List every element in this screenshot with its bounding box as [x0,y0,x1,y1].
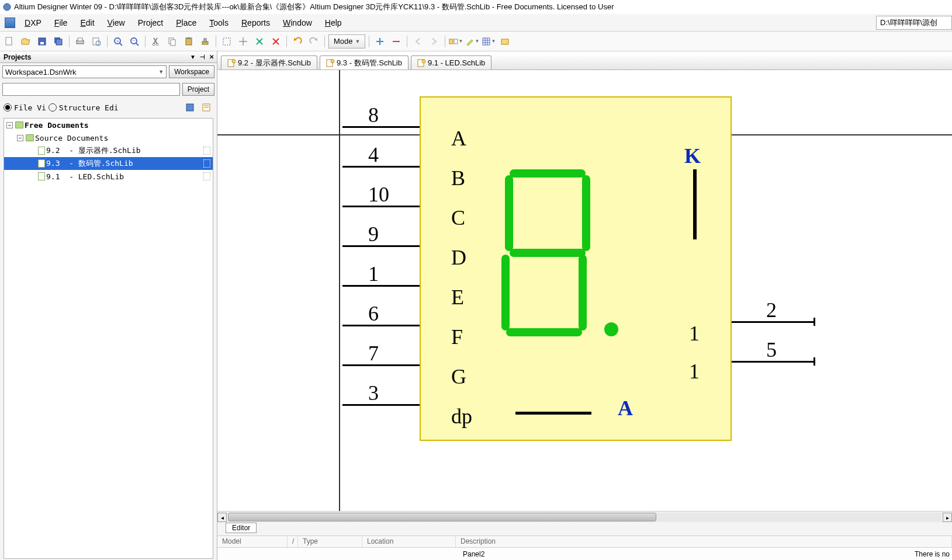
menu-tools[interactable]: Tools [203,16,234,30]
pin-name: C [451,206,465,230]
tree-root[interactable]: − Free Documents [4,119,213,131]
redo-button[interactable] [307,34,321,48]
undo-button[interactable] [290,34,304,48]
move-button[interactable] [236,34,250,48]
seg-a [510,169,586,178]
doc-flag-icon [203,159,210,168]
tab-digit[interactable]: 9.3 - 数码管.SchLib [320,55,409,69]
right-num-1a: 1 [689,321,700,346]
preview-button[interactable] [89,34,103,48]
k-line [693,169,697,239]
schlib-icon [417,59,425,67]
library-button[interactable] [498,34,512,48]
zoom-out-button[interactable]: − [127,34,141,48]
seg-b [582,175,590,251]
save-button[interactable] [35,34,49,48]
pin-name: G [451,364,466,389]
tree-doc[interactable]: 9.2 - 显示器件.SchLib [4,144,213,157]
schlib-icon [326,59,334,67]
panel-menu-icon[interactable]: ▼ [189,53,197,61]
doc-flag-icon [203,172,210,180]
tab-display[interactable]: 9.2 - 显示器件.SchLib [221,55,317,69]
col-type[interactable]: Type [298,536,362,547]
path-box: D:\咩咩咩咩\源创 [876,16,952,30]
seg-c [579,255,587,331]
hscroll-bar[interactable]: ◂ ▸ [217,511,952,523]
status-message: There is no [915,550,952,558]
svg-rect-38 [501,39,508,44]
hscroll-left-icon[interactable]: ◂ [217,513,227,522]
menu-file[interactable]: File [49,16,74,30]
tree-doc[interactable]: 9.1 - LED.SchLib [4,170,213,183]
menu-help[interactable]: Help [319,16,348,30]
nav-fwd-button[interactable] [427,34,441,48]
svg-rect-7 [78,38,82,41]
grid-button[interactable]: ▼ [482,34,496,48]
deselect-button[interactable] [252,34,266,48]
file-view-radio[interactable] [4,103,12,112]
pin-name: B [451,166,465,190]
panel-pin-icon[interactable]: ⊣ [198,53,206,61]
hscroll-thumb[interactable] [228,513,656,521]
pin-number: 9 [368,222,379,246]
copy-button[interactable] [165,34,179,48]
cut-button[interactable] [149,34,163,48]
menu-window[interactable]: Window [277,16,318,30]
workspace-combo[interactable]: Workspace1.DsnWrk▼ [2,65,167,78]
col-description[interactable]: Description [456,536,952,547]
pin-number: 4 [368,142,379,167]
clear-button[interactable] [269,34,283,48]
editor-tab[interactable]: Editor [226,523,257,533]
select-button[interactable] [220,34,234,48]
zoom-in-button[interactable]: + [111,34,125,48]
hscroll-track[interactable] [228,513,941,521]
seg-d [506,328,582,336]
tab-led[interactable]: 9.1 - LED.SchLib [411,55,491,69]
schematic-canvas[interactable]: 8A4B10C9D1E6F7G3dp K 1 1 A 2 5 [217,70,952,511]
folder-icon [15,121,23,128]
col-sort-icon[interactable]: / [288,536,298,547]
open-button[interactable] [19,34,33,48]
paste-button[interactable] [182,34,196,48]
menu-project[interactable]: Project [132,16,169,30]
menu-edit[interactable]: Edit [74,16,100,30]
pin-line [342,166,420,168]
workspace-button[interactable]: Workspace [169,65,214,78]
hierarchy-button[interactable]: ▼ [449,34,463,48]
menu-dxp[interactable]: DXP [19,16,47,30]
remove-part-button[interactable] [389,34,403,48]
underline [515,412,591,415]
new-button[interactable] [2,34,16,48]
right-num-1b: 1 [689,359,700,384]
mode-dropdown[interactable]: Mode▼ [328,34,365,48]
nav-back-button[interactable] [411,34,425,48]
menu-place[interactable]: Place [170,16,202,30]
rubber-stamp-button[interactable] [198,34,212,48]
print-button[interactable] [73,34,87,48]
highlight-pen-button[interactable]: ▼ [465,34,479,48]
menu-view[interactable]: View [102,16,131,30]
editor-area: 9.2 - 显示器件.SchLib 9.3 - 数码管.SchLib 9.1 -… [217,51,952,560]
col-location[interactable]: Location [362,536,456,547]
project-filter-input[interactable] [2,83,180,96]
structure-edit-radio[interactable] [49,103,57,112]
pin-name: D [451,245,466,270]
project-tree[interactable]: − Free Documents − Source Documents 9.2 … [4,118,213,559]
schlib-icon [38,147,45,155]
tree-doc[interactable]: 9.3 - 数码管.SchLib [4,157,213,170]
project-button[interactable]: Project [182,83,214,96]
menu-reports[interactable]: Reports [236,16,276,30]
panel-close-icon[interactable]: ✕ [207,53,216,61]
svg-line-14 [136,43,139,46]
tree-src[interactable]: − Source Documents [4,131,213,144]
options-icon[interactable] [199,100,213,114]
app-icon [2,2,12,12]
add-part-button[interactable] [373,34,387,48]
compile-icon[interactable] [183,100,197,114]
projects-panel: Projects ▼ ⊣ ✕ Workspace1.DsnWrk▼ Worksp… [0,51,217,560]
col-model[interactable]: Model [217,536,288,547]
document-tabs: 9.2 - 显示器件.SchLib 9.3 - 数码管.SchLib 9.1 -… [217,54,952,70]
hscroll-right-icon[interactable]: ▸ [943,513,952,522]
saveall-button[interactable] [51,34,65,48]
svg-rect-23 [187,37,191,39]
